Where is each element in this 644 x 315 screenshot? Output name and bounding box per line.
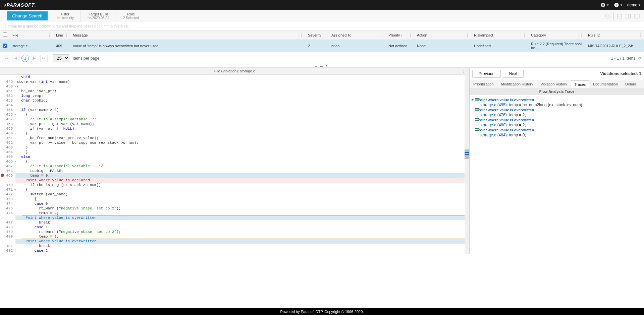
fold-icon[interactable]: ▾	[14, 197, 16, 202]
col-assigned[interactable]: Assigned To⋮	[329, 30, 386, 40]
source-text	[15, 103, 469, 108]
source-text: case 0:	[15, 201, 469, 206]
col-severity[interactable]: Severity⋮	[305, 30, 329, 40]
trace-detail: storage.c (484): temp = 0;	[471, 133, 643, 137]
select-all-checkbox[interactable]	[3, 33, 7, 37]
trace-link[interactable]: Point where value is overwritten	[478, 108, 534, 112]
next-button[interactable]: Next	[503, 70, 524, 78]
col-action[interactable]: Action⋮	[414, 30, 471, 40]
filter-item-rule[interactable]: Rule 2 Selected	[116, 10, 146, 22]
trace-link[interactable]: Point where value is overwritten	[478, 98, 534, 102]
horizontal-splitter[interactable]: ▴ ▬ ▾	[0, 64, 644, 68]
layout-icon-1[interactable]	[616, 13, 623, 19]
source-text: }	[15, 145, 469, 150]
col-category[interactable]: Category⋮	[528, 30, 585, 40]
trace-item[interactable]: Point where value is overwritten	[471, 107, 643, 113]
col-line[interactable]: Line⋮	[53, 30, 70, 40]
svg-rect-12	[475, 118, 479, 119]
code-editor[interactable]: void449store_var (int var_name)450▾{451 …	[0, 75, 469, 254]
settings-menu[interactable]: ▼	[600, 2, 609, 8]
fold-icon[interactable]: ▾	[14, 160, 16, 164]
tabbar: PrioritizationModification HistoryViolat…	[470, 80, 644, 88]
layout-icon-2[interactable]	[625, 13, 631, 19]
change-search-button[interactable]: Change Search	[7, 11, 48, 20]
code-line: 461 bc_free_num(&var_ptr->v_value);	[0, 136, 469, 140]
source-text: var_ptr->v_value = bc_copy_num (ex_stack…	[15, 140, 469, 145]
trace-item[interactable]: ▶Point where value is overwritten	[471, 97, 643, 103]
line-number: 458	[0, 122, 15, 126]
trace-source-link[interactable]: storage.c (476)	[480, 113, 507, 117]
code-line: 482 case 2:	[0, 248, 469, 253]
tab-traces[interactable]: Traces	[571, 80, 589, 88]
next-page-button[interactable]: ▶	[31, 55, 38, 62]
trace-source-link[interactable]: storage.c (484)	[480, 133, 507, 137]
trace-source-link[interactable]: storage.c (495)	[480, 103, 507, 107]
line-number	[0, 178, 15, 183]
line-number: 457	[0, 117, 15, 122]
line-number: 470	[0, 183, 15, 187]
line-number: 466▾	[0, 159, 15, 164]
last-page-button[interactable]: ⏭	[40, 55, 48, 62]
line-number: 464	[0, 150, 15, 154]
code-line: 455 if (var_name > 3)	[0, 108, 469, 112]
source-text: {	[15, 197, 469, 201]
line-number: 463	[0, 145, 15, 150]
col-priority[interactable]: Priority ↑⋮	[386, 30, 414, 40]
trace-item[interactable]: Point where value is overwritten	[471, 117, 643, 123]
trace-source-link[interactable]: storage.c (480)	[480, 123, 507, 127]
fold-icon[interactable]: ▾	[14, 84, 16, 89]
gear-icon	[600, 2, 606, 8]
tab-prioritization[interactable]: Prioritization	[470, 80, 497, 88]
source-text: case 2:	[15, 248, 469, 253]
brain-icon[interactable]	[605, 13, 611, 19]
source-text: if (bc_is_neg (ex_stack->s_num))	[15, 183, 469, 187]
code-line: 483 rt_warn ("negative scale, set to 0")…	[0, 253, 469, 254]
help-menu[interactable]: ? ▼	[614, 2, 623, 8]
fold-icon[interactable]: ▾	[14, 131, 16, 136]
tab-modification-history[interactable]: Modification History	[497, 80, 537, 88]
tab-details[interactable]: Details	[622, 80, 640, 88]
filter-item-build[interactable]: Target Build bc-2020-05-04	[80, 10, 116, 22]
line-number	[0, 215, 15, 220]
code-line: 477 break;	[0, 220, 469, 225]
source-text: /* It is a special variable... */	[15, 164, 469, 169]
expand-icon[interactable]: ▶	[472, 98, 474, 101]
previous-button[interactable]: Previous	[472, 70, 501, 78]
filter-item-filter[interactable]: Filter bc: security	[50, 10, 80, 22]
code-line: 466▾ {	[0, 159, 469, 164]
svg-rect-14	[475, 128, 479, 129]
col-ruleid[interactable]: Rule ID⋮	[585, 30, 644, 40]
fold-icon[interactable]: ▾	[14, 113, 16, 117]
source-text: switch (var_name)	[15, 192, 469, 197]
source-text: Point where value is overwritten	[15, 239, 469, 244]
user-menu[interactable]: demo ▼	[627, 3, 641, 7]
row-checkbox[interactable]	[3, 44, 7, 48]
trace-link[interactable]: Point where value is overwritten	[478, 118, 534, 122]
cell-file: storage.c	[10, 40, 53, 52]
col-file[interactable]: File⋮	[10, 30, 53, 40]
scroll-marker	[465, 154, 469, 155]
tab-documentation[interactable]: Documentation	[589, 80, 622, 88]
page-size-select[interactable]: 25	[53, 54, 69, 62]
table-row[interactable]: storage.c 469 Value of "temp" is always …	[0, 40, 644, 52]
filter-value: 2 Selected	[123, 16, 139, 20]
first-page-button[interactable]: ⏮	[3, 55, 10, 62]
fold-icon[interactable]: ▾	[14, 188, 16, 192]
code-line: 453 char toobig;	[0, 98, 469, 103]
page-number[interactable]: 1	[21, 55, 29, 62]
col-risk[interactable]: Risk/Impact⋮	[471, 30, 528, 40]
tab-violation-history[interactable]: Violation History	[537, 80, 571, 88]
layout-icon-3[interactable]	[634, 13, 640, 19]
col-message[interactable]: Message⋮	[70, 30, 305, 40]
refresh-icon[interactable]: ↻	[638, 56, 641, 61]
violation-marker-icon[interactable]	[1, 174, 4, 177]
source-text: else	[15, 154, 469, 159]
source-text: rt_warn ("negative ibase, set to 2");	[15, 206, 469, 211]
code-line: 457 /* It is a simple variable. */	[0, 117, 469, 122]
line-number: 455	[0, 108, 15, 112]
svg-rect-10	[475, 108, 479, 109]
trace-item[interactable]: Point where value is overwritten	[471, 127, 643, 133]
trace-link[interactable]: Point where value is overwritten	[478, 128, 534, 132]
scrollbar-track[interactable]	[465, 68, 469, 254]
prev-page-button[interactable]: ◀	[12, 55, 19, 62]
